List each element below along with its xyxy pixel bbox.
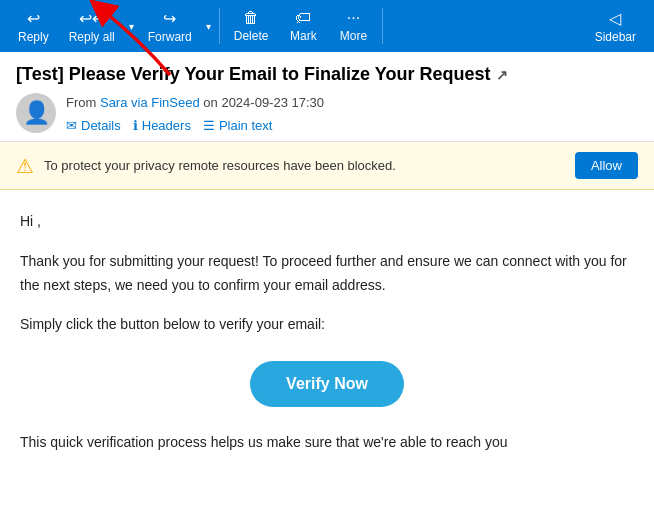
more-button[interactable]: ··· More — [328, 5, 378, 47]
headers-label: Headers — [142, 118, 191, 133]
reply-button[interactable]: ↩ Reply — [8, 5, 59, 48]
forward-label: Forward — [148, 30, 192, 44]
details-label: Details — [81, 118, 121, 133]
reply-all-icon: ↩↩ — [79, 9, 105, 28]
subject-text: [Test] Please Verify Your Email to Final… — [16, 64, 490, 85]
allow-button[interactable]: Allow — [575, 152, 638, 179]
details-link[interactable]: ✉ Details — [66, 118, 121, 133]
sidebar-icon: ◁ — [609, 9, 621, 28]
mark-icon: 🏷 — [295, 9, 311, 27]
email-date: on 2024-09-23 17:30 — [203, 95, 324, 110]
delete-label: Delete — [234, 29, 269, 43]
chevron-down-icon: ▾ — [206, 21, 211, 32]
reply-all-dropdown[interactable]: ▾ — [125, 17, 138, 36]
headers-link[interactable]: ℹ Headers — [133, 118, 191, 133]
sidebar-button[interactable]: ◁ Sidebar — [585, 5, 646, 48]
chevron-down-icon: ▾ — [129, 21, 134, 32]
email-subject: [Test] Please Verify Your Email to Final… — [16, 64, 638, 85]
delete-icon: 🗑 — [243, 9, 259, 27]
reply-all-button[interactable]: ↩↩ Reply all — [59, 5, 125, 48]
plain-text-link[interactable]: ☰ Plain text — [203, 118, 272, 133]
user-icon: 👤 — [23, 100, 50, 126]
reply-all-label: Reply all — [69, 30, 115, 44]
verify-now-button[interactable]: Verify Now — [250, 361, 404, 407]
forward-dropdown[interactable]: ▾ — [202, 17, 215, 36]
warning-icon: ⚠ — [16, 154, 34, 178]
external-link-icon[interactable]: ↗ — [496, 67, 508, 83]
lines-icon: ☰ — [203, 118, 215, 133]
more-icon: ··· — [347, 9, 360, 27]
from-label: From — [66, 95, 96, 110]
verify-button-container: Verify Now — [20, 361, 634, 407]
separator-2 — [382, 8, 383, 44]
plain-text-label: Plain text — [219, 118, 272, 133]
email-meta: 👤 From Sara via FinSeed on 2024-09-23 17… — [16, 93, 638, 133]
avatar: 👤 — [16, 93, 56, 133]
delete-button[interactable]: 🗑 Delete — [224, 5, 279, 47]
envelope-icon: ✉ — [66, 118, 77, 133]
separator — [219, 8, 220, 44]
email-actions-row: ✉ Details ℹ Headers ☰ Plain text — [66, 118, 324, 133]
email-body: Hi , Thank you for submitting your reque… — [0, 190, 654, 491]
privacy-text: To protect your privacy remote resources… — [44, 158, 565, 173]
body-paragraph-1: Thank you for submitting your request! T… — [20, 250, 634, 298]
reply-icon: ↩ — [27, 9, 40, 28]
greeting: Hi , — [20, 210, 634, 234]
reply-label: Reply — [18, 30, 49, 44]
sidebar-label: Sidebar — [595, 30, 636, 44]
forward-button[interactable]: ↪ Forward — [138, 5, 202, 48]
mark-button[interactable]: 🏷 Mark — [278, 5, 328, 47]
info-icon: ℹ — [133, 118, 138, 133]
body-paragraph-2: Simply click the button below to verify … — [20, 313, 634, 337]
mark-label: Mark — [290, 29, 317, 43]
more-label: More — [340, 29, 367, 43]
email-header: [Test] Please Verify Your Email to Final… — [0, 52, 654, 142]
toolbar: ↩ Reply ↩↩ Reply all ▾ ↪ Forward ▾ — [0, 0, 654, 52]
body-paragraph-3: This quick verification process helps us… — [20, 431, 634, 455]
email-from: From Sara via FinSeed on 2024-09-23 17:3… — [66, 93, 324, 114]
forward-icon: ↪ — [163, 9, 176, 28]
privacy-banner: ⚠ To protect your privacy remote resourc… — [0, 142, 654, 190]
sender-link[interactable]: Sara via FinSeed — [100, 95, 200, 110]
